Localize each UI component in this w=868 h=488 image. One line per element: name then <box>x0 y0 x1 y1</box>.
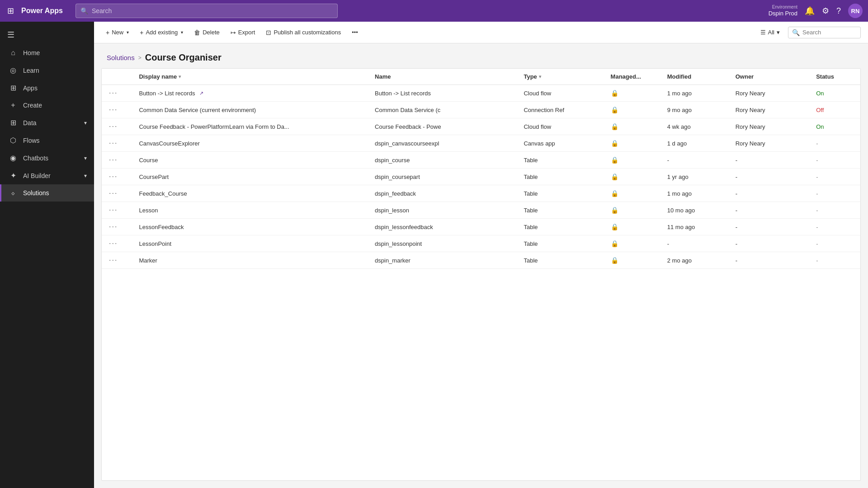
display-name-value: Course <box>139 157 158 164</box>
type-value: Table <box>518 219 605 235</box>
modified-value: - <box>662 235 730 252</box>
table-row[interactable]: ···Button -> List records↗Button -> List… <box>102 85 860 102</box>
type-value: Cloud flow <box>518 118 605 135</box>
sidebar-item-apps[interactable]: ⊞ Apps <box>0 79 94 97</box>
settings-icon[interactable]: ⚙ <box>822 6 829 16</box>
modified-value: 1 mo ago <box>662 85 730 102</box>
sidebar: ☰ ⌂ Home ◎ Learn ⊞ Apps + Create ⊞ Data … <box>0 22 94 488</box>
managed-col-label: Managed... <box>611 73 641 80</box>
sidebar-toggle[interactable]: ☰ <box>0 25 94 44</box>
name-value: Common Data Service (c <box>369 102 518 118</box>
status-value: - <box>811 185 860 202</box>
breadcrumb-parent-link[interactable]: Solutions <box>107 54 135 61</box>
delete-button[interactable]: 🗑 Delete <box>189 26 224 39</box>
table-row[interactable]: ···CanvasCourseExplorerdspin_canvascours… <box>102 135 860 152</box>
name-value: Course Feedback - Powe <box>369 118 518 135</box>
type-value: Table <box>518 152 605 169</box>
sidebar-item-data[interactable]: ⊞ Data ▾ <box>0 114 94 131</box>
table-row[interactable]: ···Lessondspin_lessonTable🔒10 mo ago-- <box>102 202 860 219</box>
table-row[interactable]: ···Common Data Service (current environm… <box>102 102 860 118</box>
lock-icon: 🔒 <box>611 206 618 214</box>
bell-icon[interactable]: 🔔 <box>805 6 815 16</box>
publish-button[interactable]: ⊡ Publish all customizations <box>261 26 345 39</box>
sidebar-item-flows[interactable]: ⬡ Flows <box>0 131 94 149</box>
filter-button[interactable]: ☰ All ▾ <box>756 27 784 38</box>
col-modified-header[interactable]: Modified <box>662 69 730 85</box>
table-row[interactable]: ···Coursedspin_courseTable🔒--- <box>102 152 860 169</box>
add-existing-label: Add existing <box>146 29 178 36</box>
export-icon: ↦ <box>231 29 236 36</box>
more-button[interactable]: ••• <box>347 26 363 38</box>
learn-icon: ◎ <box>9 66 18 75</box>
new-label: New <box>112 29 123 36</box>
solutions-icon: ⬦ <box>9 189 18 197</box>
display-name-value: Feedback_Course <box>139 190 187 197</box>
col-owner-header[interactable]: Owner <box>730 69 811 85</box>
type-value: Cloud flow <box>518 85 605 102</box>
sidebar-item-chatbots[interactable]: ◉ Chatbots ▾ <box>0 149 94 167</box>
sidebar-item-solutions[interactable]: ⬦ Solutions <box>0 184 94 202</box>
search-icon: 🔍 <box>80 7 88 14</box>
table-area: Display name ▾ Name Type <box>101 68 861 481</box>
sidebar-item-label: Flows <box>23 137 40 144</box>
new-button[interactable]: + New ▾ <box>101 26 133 39</box>
display-name-value: Lesson <box>139 207 158 214</box>
sidebar-item-label: Learn <box>23 67 39 74</box>
add-existing-button[interactable]: + Add existing ▾ <box>135 26 188 39</box>
col-name-header[interactable]: Name <box>369 69 518 85</box>
toolbar-search-input[interactable] <box>802 29 857 36</box>
row-more-button[interactable]: ··· <box>107 239 119 247</box>
row-more-button[interactable]: ··· <box>107 106 119 113</box>
toolbar-search-box[interactable]: 🔍 <box>788 27 861 38</box>
global-search-input[interactable] <box>92 7 333 14</box>
row-more-button[interactable]: ··· <box>107 122 119 130</box>
row-more-button[interactable]: ··· <box>107 139 119 147</box>
status-col-label: Status <box>816 73 834 80</box>
col-status-header[interactable]: Status <box>811 69 860 85</box>
sidebar-item-label: Home <box>23 49 40 56</box>
type-value: Canvas app <box>518 135 605 152</box>
sidebar-item-create[interactable]: + Create <box>0 97 94 114</box>
type-value: Table <box>518 169 605 185</box>
sidebar-item-label: AI Builder <box>23 172 51 179</box>
env-name: Dspin Prod <box>769 10 797 17</box>
sidebar-item-home[interactable]: ⌂ Home <box>0 44 94 61</box>
row-more-button[interactable]: ··· <box>107 156 119 164</box>
col-more-header <box>102 69 133 85</box>
row-more-button[interactable]: ··· <box>107 189 119 197</box>
waffle-icon[interactable]: ⊞ <box>5 4 16 18</box>
sidebar-item-label: Create <box>23 102 42 109</box>
row-more-button[interactable]: ··· <box>107 206 119 214</box>
row-more-button[interactable]: ··· <box>107 173 119 180</box>
type-value: Connection Ref <box>518 102 605 118</box>
export-button[interactable]: ↦ Export <box>226 26 260 39</box>
table-row[interactable]: ···Markerdspin_markerTable🔒2 mo ago-- <box>102 252 860 269</box>
owner-value: - <box>730 235 811 252</box>
chatbots-icon: ◉ <box>9 154 18 162</box>
avatar[interactable]: RN <box>848 4 863 18</box>
table-row[interactable]: ···LessonPointdspin_lessonpointTable🔒--- <box>102 235 860 252</box>
global-search-box[interactable]: 🔍 <box>75 4 338 18</box>
sidebar-item-learn[interactable]: ◎ Learn <box>0 61 94 79</box>
expand-icon: ▾ <box>84 155 87 161</box>
owner-col-label: Owner <box>736 73 754 80</box>
filter-label: All <box>768 29 774 36</box>
home-icon: ⌂ <box>9 49 18 57</box>
row-more-button[interactable]: ··· <box>107 89 119 97</box>
row-more-button[interactable]: ··· <box>107 256 119 264</box>
sidebar-item-label: Chatbots <box>23 155 48 162</box>
name-value: dspin_feedback <box>369 185 518 202</box>
name-value: dspin_canvascourseexpl <box>369 135 518 152</box>
row-more-button[interactable]: ··· <box>107 223 119 230</box>
col-managed-header[interactable]: Managed... <box>605 69 662 85</box>
table-row[interactable]: ···Feedback_Coursedspin_feedbackTable🔒1 … <box>102 185 860 202</box>
table-row[interactable]: ···LessonFeedbackdspin_lessonfeedbackTab… <box>102 219 860 235</box>
modified-value: - <box>662 152 730 169</box>
col-display-name-header[interactable]: Display name ▾ <box>133 69 369 85</box>
help-icon[interactable]: ? <box>836 6 841 16</box>
new-chevron-icon: ▾ <box>127 30 129 35</box>
col-type-header[interactable]: Type ▾ <box>518 69 605 85</box>
table-row[interactable]: ···CoursePartdspin_coursepartTable🔒1 yr … <box>102 169 860 185</box>
table-row[interactable]: ···Course Feedback - PowerPlatformLearn … <box>102 118 860 135</box>
sidebar-item-ai-builder[interactable]: ✦ AI Builder ▾ <box>0 167 94 184</box>
